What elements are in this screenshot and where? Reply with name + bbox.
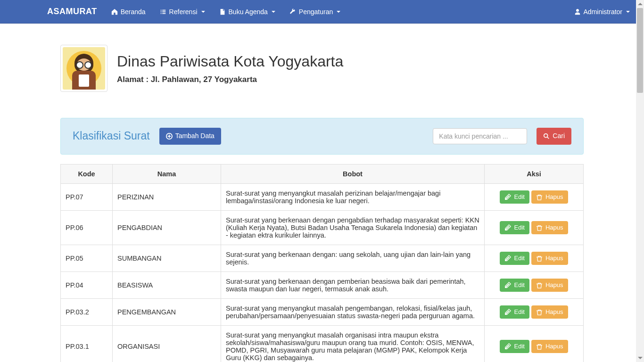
data-table: Kode Nama Bobot Aksi PP.07PERIZINANSurat… bbox=[60, 164, 584, 362]
edit-icon bbox=[504, 343, 511, 350]
col-kode: Kode bbox=[61, 164, 113, 183]
delete-button[interactable]: Hapus bbox=[531, 190, 568, 204]
file-icon bbox=[219, 8, 226, 15]
add-data-button[interactable]: Tambah Data bbox=[159, 128, 221, 145]
page-subtitle: Alamat : Jl. Pahlawan, 27 Yogyakarta bbox=[117, 75, 343, 84]
table-row: PP.03.1ORGANISASISurat-surat yang menyan… bbox=[61, 325, 584, 362]
trash-icon bbox=[536, 343, 543, 350]
cell-kode: PP.06 bbox=[61, 210, 113, 245]
page-title: Dinas Pariwisata Kota Yogyakarta bbox=[117, 53, 343, 70]
table-row: PP.07PERIZINANSurat-surat yang menyangku… bbox=[61, 183, 584, 210]
trash-icon bbox=[536, 194, 543, 200]
delete-button[interactable]: Hapus bbox=[531, 279, 568, 292]
cell-nama: SUMBANGAN bbox=[113, 245, 221, 272]
nav-item-beranda[interactable]: Beranda bbox=[104, 1, 153, 23]
edit-button[interactable]: Edit bbox=[500, 252, 529, 265]
user-menu[interactable]: Administrator bbox=[567, 1, 637, 23]
delete-button[interactable]: Hapus bbox=[531, 252, 568, 265]
cell-aksi: Edit Hapus bbox=[485, 210, 584, 245]
edit-icon bbox=[504, 194, 511, 200]
cell-aksi: Edit Hapus bbox=[485, 272, 584, 298]
cell-aksi: Edit Hapus bbox=[485, 298, 584, 325]
scroll-up-button[interactable] bbox=[636, 0, 644, 8]
cell-kode: PP.03.1 bbox=[61, 325, 113, 362]
cell-nama: PENGABDIAN bbox=[113, 210, 221, 245]
caret-icon bbox=[626, 11, 630, 13]
scroll-down-button[interactable] bbox=[636, 354, 644, 362]
cell-bobot: Surat-surat yang menyangkut masalah peng… bbox=[221, 298, 485, 325]
trash-icon bbox=[536, 309, 543, 315]
delete-button[interactable]: Hapus bbox=[531, 340, 568, 353]
panel-title: Klasifikasi Surat bbox=[73, 130, 150, 142]
edit-button[interactable]: Edit bbox=[500, 305, 529, 319]
nav-item-referensi[interactable]: Referensi bbox=[153, 1, 212, 23]
avatar bbox=[60, 45, 107, 92]
edit-icon bbox=[504, 224, 511, 231]
cell-aksi: Edit Hapus bbox=[485, 325, 584, 362]
table-row: PP.06PENGABDIANSurat-surat yang berkenaa… bbox=[61, 210, 584, 245]
panel-heading: Klasifikasi Surat Tambah Data Cari bbox=[60, 118, 584, 155]
cell-kode: PP.03.2 bbox=[61, 298, 113, 325]
cell-bobot: Surat-surat yang berkenaan dengan pember… bbox=[221, 272, 485, 298]
cell-nama: PENGEMBANGAN bbox=[113, 298, 221, 325]
list-icon bbox=[160, 8, 166, 15]
search-button[interactable]: Cari bbox=[537, 128, 571, 145]
navbar: ASAMURAT BerandaReferensiBuku AgendaPeng… bbox=[0, 0, 644, 24]
caret-icon bbox=[272, 11, 275, 13]
caret-icon bbox=[201, 11, 205, 13]
search-input[interactable] bbox=[433, 128, 527, 144]
table-row: PP.03.2PENGEMBANGANSurat-surat yang meny… bbox=[61, 298, 584, 325]
edit-icon bbox=[504, 309, 511, 315]
trash-icon bbox=[536, 224, 543, 231]
col-bobot: Bobot bbox=[221, 164, 485, 183]
user-label: Administrator bbox=[584, 8, 622, 16]
table-row: PP.04BEASISWASurat-surat yang berkenaan … bbox=[61, 272, 584, 298]
cell-nama: PERIZINAN bbox=[113, 183, 221, 210]
cell-aksi: Edit Hapus bbox=[485, 183, 584, 210]
trash-icon bbox=[536, 282, 543, 288]
cell-bobot: Surat-surat yang menyangkut masalah orga… bbox=[221, 325, 485, 362]
cell-aksi: Edit Hapus bbox=[485, 245, 584, 272]
svg-point-1 bbox=[544, 134, 548, 138]
scrollbar-thumb[interactable] bbox=[637, 8, 643, 93]
cell-nama: BEASISWA bbox=[113, 272, 221, 298]
cell-kode: PP.07 bbox=[61, 183, 113, 210]
wrench-icon bbox=[289, 8, 296, 15]
edit-button[interactable]: Edit bbox=[500, 190, 529, 204]
cell-bobot: Surat-surat yang menyangkut masalah peri… bbox=[221, 183, 485, 210]
user-icon bbox=[574, 8, 581, 15]
cell-kode: PP.05 bbox=[61, 245, 113, 272]
nav-item-buku-agenda[interactable]: Buku Agenda bbox=[212, 1, 282, 23]
brand-logo[interactable]: ASAMURAT bbox=[7, 7, 104, 16]
caret-icon bbox=[337, 11, 340, 13]
cell-kode: PP.04 bbox=[61, 272, 113, 298]
delete-button[interactable]: Hapus bbox=[531, 221, 568, 234]
cell-bobot: Surat-surat yang berkenaan dengan pengab… bbox=[221, 210, 485, 245]
edit-icon bbox=[504, 282, 511, 288]
edit-button[interactable]: Edit bbox=[500, 279, 529, 292]
search-icon bbox=[543, 133, 550, 140]
edit-icon bbox=[504, 255, 511, 262]
edit-button[interactable]: Edit bbox=[500, 340, 529, 353]
cell-bobot: Surat-surat yang berkenaan dengan: uang … bbox=[221, 245, 485, 272]
edit-button[interactable]: Edit bbox=[500, 221, 529, 234]
delete-button[interactable]: Hapus bbox=[531, 305, 568, 319]
nav-item-pengaturan[interactable]: Pengaturan bbox=[282, 1, 347, 23]
cell-nama: ORGANISASI bbox=[113, 325, 221, 362]
scrollbar[interactable] bbox=[636, 0, 644, 362]
org-header: Dinas Pariwisata Kota Yogyakarta Alamat … bbox=[60, 38, 584, 104]
plus-circle-icon bbox=[166, 133, 173, 140]
table-row: PP.05SUMBANGANSurat-surat yang berkenaan… bbox=[61, 245, 584, 272]
col-aksi: Aksi bbox=[485, 164, 584, 183]
trash-icon bbox=[536, 255, 543, 262]
col-nama: Nama bbox=[113, 164, 221, 183]
home-icon bbox=[111, 8, 118, 15]
